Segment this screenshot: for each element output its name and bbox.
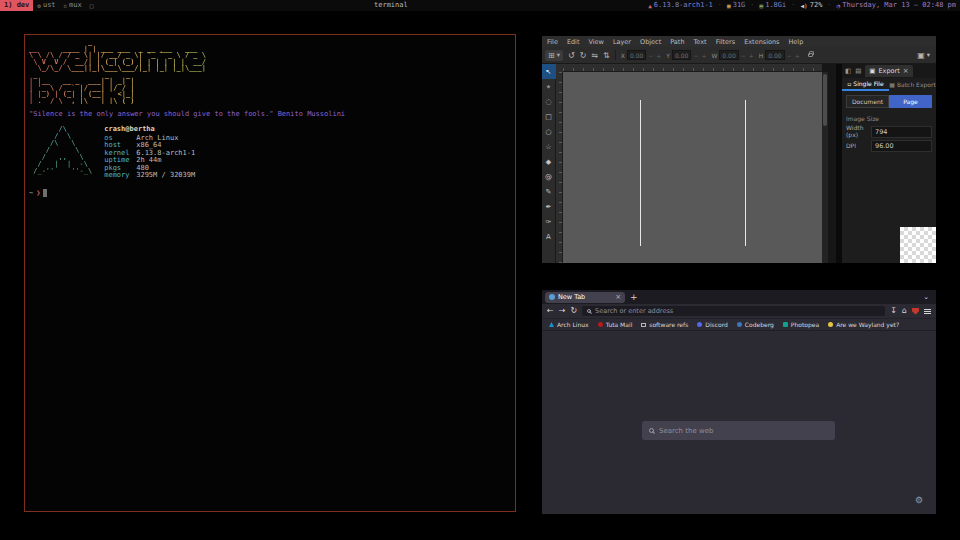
bookmark-tuta-mail[interactable]: Tuta Mail <box>598 321 633 328</box>
status-disk: ▦31G <box>727 0 745 11</box>
bookmark-software-refs[interactable]: software refs <box>641 321 688 328</box>
width-input[interactable]: 794 <box>871 126 932 138</box>
tab-batch-export[interactable]: ▦ Batch Export <box>889 78 936 91</box>
terminal-window[interactable]: _ __ ____ | | ___ ___ _ __ ___ ___ \ \ /… <box>24 34 516 512</box>
stepper-minus-icon[interactable]: − <box>692 52 699 59</box>
rectangle-tool[interactable]: □ <box>542 109 556 124</box>
stepper-minus-icon[interactable]: − <box>740 52 747 59</box>
stepper-plus-icon[interactable]: + <box>655 52 662 59</box>
codeberg-icon <box>737 322 742 327</box>
back-button[interactable]: ← <box>547 307 554 315</box>
menu-filters[interactable]: Filters <box>716 38 735 46</box>
node-tool[interactable]: ⌖ <box>542 79 556 94</box>
tab-close-icon[interactable]: × <box>615 293 621 301</box>
reload-button[interactable]: ↻ <box>570 307 577 315</box>
snap-icon: ▣ <box>917 51 925 60</box>
layers-dialog-icon[interactable]: ▤ <box>855 67 861 75</box>
paint-bucket-tool[interactable]: ◆ <box>542 154 556 169</box>
newtab-search-input[interactable]: Search the web <box>642 421 835 440</box>
memory-icon: ▤ <box>760 0 764 11</box>
bookmark-codeberg[interactable]: Codeberg <box>737 321 774 328</box>
canvas-scrollbar[interactable] <box>822 72 828 263</box>
home-icon[interactable]: ⌂ <box>902 307 907 315</box>
page-button[interactable]: Page <box>889 95 932 108</box>
field-w: W0.00−+ <box>711 50 754 60</box>
bookmark-label: Photopea <box>791 321 819 328</box>
workspace-tag[interactable]: ⚙ust <box>33 0 59 11</box>
personalize-gear-icon[interactable]: ⚙ <box>915 495 923 505</box>
selector-tool[interactable]: ↖ <box>542 64 556 79</box>
stepper-minus-icon[interactable]: − <box>647 52 654 59</box>
pencil-tool[interactable]: ✎ <box>542 184 556 199</box>
ellipse-tool[interactable]: ○ <box>542 124 556 139</box>
inkscape-canvas[interactable] <box>563 72 822 263</box>
prompt-symbol: ❯ <box>36 189 40 197</box>
spiral-tool[interactable]: @ <box>542 169 556 184</box>
menu-icon[interactable] <box>924 309 931 314</box>
text-tool[interactable]: A <box>542 229 556 244</box>
inkscape-window[interactable]: FileEditViewLayerObjectPathTextFiltersEx… <box>542 36 936 263</box>
field-input[interactable]: 0.00 <box>672 50 691 60</box>
menu-help[interactable]: Help <box>788 38 803 46</box>
flip-horizontal-icon[interactable]: ⇋ <box>591 51 598 60</box>
tuta-mail-icon <box>598 322 603 327</box>
new-tab-button[interactable]: + <box>630 293 638 302</box>
active-tab[interactable]: New Tab × <box>545 292 625 303</box>
page-border-line <box>640 100 641 246</box>
field-input[interactable]: 0.00 <box>627 50 646 60</box>
kernel-icon: ▲ <box>648 0 652 11</box>
field-input[interactable]: 0.00 <box>719 50 738 60</box>
stepper-minus-icon[interactable]: − <box>786 52 793 59</box>
calligraphy-tool[interactable]: ✑ <box>542 214 556 229</box>
search-icon <box>649 428 654 433</box>
rotate-ccw-icon[interactable]: ↺ <box>568 51 575 60</box>
download-icon[interactable]: ↧ <box>890 307 897 315</box>
dpi-input[interactable]: 96.00 <box>871 140 932 152</box>
bookmark-arch-linux[interactable]: Arch Linux <box>549 321 589 328</box>
forward-button[interactable]: → <box>559 307 566 315</box>
menu-file[interactable]: File <box>547 38 558 46</box>
list-tabs-chevron-icon[interactable]: ⌄ <box>923 293 933 301</box>
field-input[interactable]: 0.00 <box>765 50 784 60</box>
menu-edit[interactable]: Edit <box>567 38 580 46</box>
rotate-cw-icon[interactable]: ↻ <box>580 51 587 60</box>
document-button[interactable]: Document <box>846 95 889 108</box>
workspace-label: 1) dev <box>4 0 29 11</box>
flip-vertical-icon[interactable]: ⇅ <box>603 51 610 60</box>
menu-layer[interactable]: Layer <box>613 38 631 46</box>
pen-tool[interactable]: ✒ <box>542 199 556 214</box>
field-label: W <box>711 52 717 59</box>
menu-extensions[interactable]: Extensions <box>744 38 779 46</box>
workspace-tag[interactable]: 1) dev <box>0 0 33 11</box>
selection-mode-dropdown[interactable]: ⊞ ▾ <box>545 50 563 61</box>
bookmark-are-we-wayland-yet[interactable]: Are we Wayland yet? <box>828 321 899 328</box>
ublock-extension-icon[interactable] <box>912 308 919 315</box>
shell-prompt[interactable]: ~ ❯ <box>29 189 511 197</box>
menu-path[interactable]: Path <box>670 38 684 46</box>
export-dialog-tab[interactable]: ▣ Export × <box>865 65 912 77</box>
bookmark-discord[interactable]: Discord <box>697 321 728 328</box>
stepper-plus-icon[interactable]: + <box>700 52 707 59</box>
export-icon: ▣ <box>869 67 875 75</box>
dialog-tabs: ◧ ▤ ▣ Export × <box>842 64 936 78</box>
workspace-tag[interactable]: □ <box>86 0 98 11</box>
menu-text[interactable]: Text <box>694 38 707 46</box>
fill-stroke-dialog-icon[interactable]: ◧ <box>845 67 851 75</box>
menu-object[interactable]: Object <box>640 38 661 46</box>
zoom-tool[interactable]: ◌ <box>542 94 556 109</box>
browser-window[interactable]: New Tab × + ⌄ ← → ↻ Search or enter addr… <box>542 290 936 514</box>
navigation-toolbar: ← → ↻ Search or enter address ↧ ⌂ <box>542 304 936 318</box>
bookmark-photopea[interactable]: Photopea <box>783 321 819 328</box>
scrollbar-thumb[interactable] <box>823 74 827 126</box>
urlbar[interactable]: Search or enter address <box>582 306 885 316</box>
stepper-plus-icon[interactable]: + <box>794 52 801 59</box>
star-tool[interactable]: ☆ <box>542 139 556 154</box>
menu-view[interactable]: View <box>588 38 603 46</box>
lock-ratio-icon[interactable] <box>808 53 813 57</box>
workspace-tag[interactable]: ⌗mux <box>60 0 86 11</box>
field-h: H0.00−+ <box>759 50 801 60</box>
stepper-plus-icon[interactable]: + <box>748 52 755 59</box>
snap-controls[interactable]: ▣ ▾ <box>917 51 933 60</box>
tab-single-file[interactable]: ▫ Single File <box>842 78 889 91</box>
close-icon[interactable]: × <box>903 67 909 75</box>
